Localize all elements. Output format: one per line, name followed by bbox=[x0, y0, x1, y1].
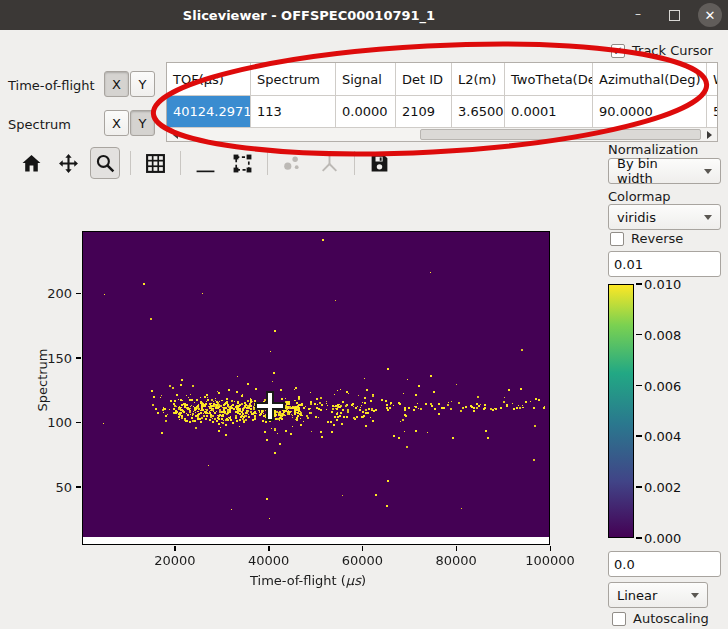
x-tick-label: 40000 bbox=[248, 553, 289, 568]
table-header-cell[interactable]: Spectrum bbox=[251, 63, 336, 96]
home-icon[interactable] bbox=[16, 147, 46, 179]
grid-icon[interactable] bbox=[140, 147, 170, 179]
line-cuts-icon[interactable] bbox=[190, 147, 220, 179]
reverse-checkbox[interactable] bbox=[610, 232, 624, 246]
pan-icon[interactable] bbox=[53, 147, 83, 179]
colorbar-tick-mark bbox=[636, 385, 642, 387]
y-tick-label: 50 bbox=[32, 479, 72, 494]
table-data-cell[interactable]: 113 bbox=[251, 96, 336, 127]
autoscaling-row: Autoscaling bbox=[612, 611, 709, 626]
table-data-cell[interactable]: 0.0001 bbox=[505, 96, 593, 127]
table-horizontal-scrollbar[interactable] bbox=[167, 127, 717, 141]
table-data-cell[interactable]: 0.0000 bbox=[336, 96, 396, 127]
table-data-cell[interactable]: 40124.2971 bbox=[167, 96, 251, 127]
tof-x-button[interactable]: X bbox=[104, 71, 129, 97]
normalization-label: Normalization bbox=[608, 142, 698, 157]
y-tick-mark bbox=[76, 357, 81, 359]
y-tick-label: 200 bbox=[32, 286, 72, 301]
table-header-cell[interactable]: Det ID bbox=[396, 63, 452, 96]
colorbar-tick-mark bbox=[636, 435, 642, 437]
toolbar-separator bbox=[354, 151, 355, 175]
colorbar-tick-label: 0.004 bbox=[644, 429, 681, 444]
y-tick-mark bbox=[76, 486, 81, 488]
colorbar-min-input[interactable]: 0.0 bbox=[608, 551, 721, 577]
close-button[interactable]: ✕ bbox=[698, 3, 722, 27]
slice-plot-canvas[interactable] bbox=[83, 232, 551, 546]
save-icon[interactable] bbox=[364, 147, 394, 179]
dim-label-spectrum: Spectrum bbox=[8, 117, 71, 132]
slice-plot[interactable] bbox=[82, 231, 550, 545]
colormap-dropdown[interactable]: viridis bbox=[608, 204, 721, 230]
toolbar-separator bbox=[267, 151, 268, 175]
window-title: Sliceviewer - OFFSPEC00010791_1 bbox=[0, 8, 618, 23]
x-tick-label: 60000 bbox=[342, 553, 383, 568]
maximize-button[interactable] bbox=[662, 3, 686, 27]
autoscaling-checkbox[interactable] bbox=[612, 612, 626, 626]
normalization-value: By bin width bbox=[617, 156, 696, 186]
cursor-info-table: TOF(µs)SpectrumSignalDet IDL2(m)TwoTheta… bbox=[166, 62, 718, 142]
colorbar-tick-mark bbox=[636, 283, 642, 285]
chevron-down-icon bbox=[691, 593, 699, 598]
x-tick-label: 80000 bbox=[436, 553, 477, 568]
x-tick-mark bbox=[456, 546, 458, 551]
tof-y-button[interactable]: Y bbox=[130, 71, 155, 97]
reverse-label: Reverse bbox=[631, 231, 683, 246]
reverse-row: Reverse bbox=[610, 231, 683, 246]
non-axis-aligned-cuts-icon bbox=[314, 147, 344, 179]
region-selection-icon[interactable] bbox=[227, 147, 257, 179]
table-data-cell[interactable]: 3.6500 bbox=[452, 96, 505, 127]
x-tick-label: 100000 bbox=[525, 553, 575, 568]
scale-dropdown[interactable]: Linear bbox=[608, 582, 708, 608]
colorbar-max-input[interactable]: 0.01 bbox=[608, 251, 721, 277]
toolbar-separator bbox=[130, 151, 131, 175]
colorbar-tick-label: 0.002 bbox=[644, 480, 681, 495]
dim-label-time-of-flight: Time-of-flight bbox=[8, 78, 95, 93]
colorbar-tick-label: 0.000 bbox=[644, 531, 681, 546]
track-cursor-checkbox[interactable]: ✓ bbox=[611, 44, 625, 58]
colorbar-tick-mark bbox=[636, 486, 642, 488]
spectrum-y-button[interactable]: Y bbox=[130, 110, 155, 136]
scale-value: Linear bbox=[617, 588, 657, 603]
colorbar-tick-label: 0.006 bbox=[644, 378, 681, 393]
track-cursor-label: Track Cursor bbox=[632, 43, 713, 58]
autoscaling-label: Autoscaling bbox=[633, 611, 709, 626]
cursor-table-data-row: 40124.29711130.000021093.65000.000190.00… bbox=[167, 96, 717, 127]
colormap-label: Colormap bbox=[608, 189, 671, 204]
table-data-cell[interactable]: 2109 bbox=[396, 96, 452, 127]
colorbar-tick-label: 0.010 bbox=[644, 277, 681, 292]
normalization-dropdown[interactable]: By bin width bbox=[608, 158, 721, 184]
minimize-button[interactable]: – bbox=[626, 3, 650, 27]
y-tick-mark bbox=[76, 293, 81, 295]
y-tick-mark bbox=[76, 422, 81, 424]
colorbar-tick-mark bbox=[636, 334, 642, 336]
y-axis-label: Spectrum bbox=[35, 364, 50, 412]
window-titlebar: Sliceviewer - OFFSPEC00010791_1 – ✕ bbox=[0, 0, 728, 30]
colorbar-tick-mark bbox=[636, 537, 642, 539]
plot-bottom-white-band bbox=[83, 537, 549, 544]
table-header-cell[interactable]: W bbox=[707, 63, 718, 96]
scrollbar-thumb[interactable] bbox=[420, 129, 701, 140]
zoom-icon[interactable] bbox=[90, 147, 120, 179]
table-header-cell[interactable]: L2(m) bbox=[452, 63, 505, 96]
spectrum-x-button[interactable]: X bbox=[104, 110, 129, 136]
table-header-cell[interactable]: Signal bbox=[336, 63, 396, 96]
chevron-down-icon bbox=[704, 169, 712, 174]
plot-toolbar bbox=[16, 146, 401, 180]
colorbar-tick-label: 0.008 bbox=[644, 327, 681, 342]
x-axis-label: Time-of-flight (µs) bbox=[250, 573, 366, 588]
table-data-cell[interactable]: 5 bbox=[707, 96, 718, 127]
table-data-cell[interactable]: 90.0000 bbox=[593, 96, 707, 127]
chevron-down-icon bbox=[704, 215, 712, 220]
x-tick-mark bbox=[362, 546, 364, 551]
table-header-cell[interactable]: TOF(µs) bbox=[167, 63, 251, 96]
x-tick-mark bbox=[268, 546, 270, 551]
x-tick-mark bbox=[550, 546, 552, 551]
colormap-value: viridis bbox=[617, 210, 656, 225]
toolbar-separator bbox=[180, 151, 181, 175]
table-header-cell[interactable]: Azimuthal(Deg) bbox=[593, 63, 707, 96]
scroll-left-arrow-icon[interactable] bbox=[168, 128, 182, 141]
scroll-right-arrow-icon[interactable] bbox=[702, 128, 716, 141]
x-tick-mark bbox=[174, 546, 176, 551]
table-header-cell[interactable]: TwoTheta(Deg) bbox=[505, 63, 593, 96]
colorbar bbox=[608, 284, 634, 538]
